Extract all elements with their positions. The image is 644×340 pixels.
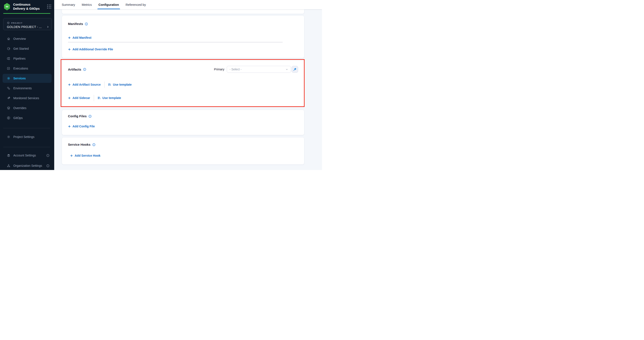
use-template-sidecar-button[interactable]: Use template	[98, 96, 121, 100]
config-files-card: Config Files Add Config File	[62, 110, 304, 135]
add-manifest-button[interactable]: Add Manifest	[68, 36, 92, 39]
sidebar-item-overrides[interactable]: Overrides	[2, 104, 52, 113]
template-library-icon	[108, 83, 111, 86]
pin-icon	[293, 68, 296, 71]
chevron-down-icon	[286, 68, 288, 71]
scrolled-card-bottom	[62, 9, 304, 14]
get-started-icon	[7, 47, 10, 51]
sidebar-item-label: Get Started	[13, 47, 29, 50]
tab-referenced-by[interactable]: Referenced by	[126, 0, 146, 9]
monitored-services-icon	[7, 96, 10, 100]
sidebar-header: ∞ Continuous Delivery & GitOps	[4, 3, 51, 11]
harness-cd-logo-icon: ∞	[4, 3, 10, 10]
config-files-title: Config Files	[68, 114, 87, 118]
sidebar-item-organization-settings[interactable]: Organization Settings	[2, 161, 52, 170]
artifacts-title: Artifacts	[68, 68, 81, 71]
plus-icon	[68, 97, 71, 99]
vertical-divider	[94, 95, 94, 101]
plus-icon	[68, 83, 71, 86]
sidebar-divider	[3, 147, 50, 147]
organization-settings-icon	[7, 164, 10, 168]
app-window: ∞ Continuous Delivery & GitOps PROJECT G…	[0, 0, 322, 170]
add-artifact-source-button[interactable]: Add Artifact Source	[68, 83, 101, 86]
service-hooks-card: Service Hooks Add Service Hook	[62, 138, 304, 164]
tab-summary[interactable]: Summary	[62, 0, 75, 9]
info-icon[interactable]	[46, 164, 50, 167]
module-switcher-icon[interactable]	[47, 5, 51, 9]
executions-icon	[7, 67, 10, 70]
project-selector[interactable]: PROJECT GOLDEN PROJECT - ...	[3, 18, 52, 30]
gitops-icon	[7, 116, 10, 120]
cube-icon	[7, 22, 10, 24]
info-icon[interactable]	[85, 22, 88, 26]
manifests-title: Manifests	[68, 22, 83, 26]
sidebar-item-label: GitOps	[13, 116, 23, 120]
sidebar: ∞ Continuous Delivery & GitOps PROJECT G…	[0, 0, 54, 170]
sidebar-item-services[interactable]: Services	[2, 74, 52, 83]
info-icon[interactable]	[92, 143, 96, 146]
primary-artifact-select[interactable]: - Select -	[227, 66, 291, 73]
plus-icon	[68, 36, 71, 39]
sidebar-item-overview[interactable]: Overview	[2, 34, 52, 43]
sidebar-item-label: Executions	[13, 67, 28, 70]
sidebar-item-project-settings[interactable]: Project Settings	[2, 132, 52, 141]
overrides-layers-icon	[7, 106, 10, 110]
primary-label: Primary	[214, 68, 224, 71]
project-name: GOLDEN PROJECT - ...	[7, 25, 42, 29]
brand-green-rule	[3, 13, 50, 14]
project-label: PROJECT	[11, 22, 22, 24]
configuration-content: Manifests Add Manifest	[54, 9, 322, 170]
sidebar-item-pipelines[interactable]: Pipelines	[2, 54, 52, 63]
tab-metrics[interactable]: Metrics	[82, 0, 92, 9]
select-placeholder: - Select -	[230, 68, 242, 71]
manifests-card: Manifests Add Manifest	[62, 16, 304, 58]
sidebar-item-label: Overview	[13, 37, 26, 41]
add-sidecar-button[interactable]: Add Sidecar	[68, 96, 90, 100]
sidebar-item-label: Project Settings	[13, 135, 34, 139]
info-icon[interactable]	[88, 115, 92, 118]
add-additional-override-file-button[interactable]: Add Additional Override File	[68, 48, 113, 51]
plus-icon	[68, 125, 71, 128]
sidebar-item-label: Environments	[13, 87, 32, 90]
plus-icon	[68, 48, 71, 51]
info-icon[interactable]	[83, 68, 86, 71]
sidebar-item-label: Services	[13, 77, 26, 80]
template-library-icon	[98, 96, 101, 99]
vertical-divider	[104, 82, 104, 88]
sidebar-divider	[3, 128, 50, 128]
add-config-file-button[interactable]: Add Config File	[68, 125, 95, 128]
pipelines-icon	[7, 57, 10, 61]
info-icon[interactable]	[46, 154, 50, 157]
sidebar-item-monitored-services[interactable]: Monitored Services	[2, 94, 52, 103]
sidebar-item-get-started[interactable]: Get Started	[2, 44, 52, 53]
service-hooks-title: Service Hooks	[68, 143, 90, 146]
home-icon	[7, 37, 10, 41]
tab-bar: Summary Metrics Configuration Referenced…	[54, 0, 322, 9]
sidebar-item-account-settings[interactable]: Account Settings	[2, 151, 52, 160]
sidebar-item-environments[interactable]: Environments	[2, 84, 52, 93]
sidebar-item-gitops[interactable]: GitOps	[2, 113, 52, 122]
project-settings-gear-icon	[7, 135, 10, 139]
manifests-divider	[68, 42, 283, 42]
sidebar-item-label: Organization Settings	[13, 164, 42, 167]
environments-icon	[7, 87, 10, 90]
tab-configuration[interactable]: Configuration	[98, 0, 119, 9]
use-template-artifact-button[interactable]: Use template	[108, 83, 132, 86]
plus-icon	[70, 154, 73, 157]
sidebar-item-label: Pipelines	[13, 57, 26, 60]
sidebar-item-label: Account Settings	[13, 154, 36, 157]
chevron-right-icon	[46, 26, 49, 28]
sidebar-nav: Overview Get Started Pip	[2, 34, 52, 123]
module-title: Continuous Delivery & GitOps	[13, 3, 41, 11]
main-area: Summary Metrics Configuration Referenced…	[54, 0, 322, 170]
pin-button[interactable]	[292, 66, 298, 73]
artifacts-card: Artifacts Primary - Select -	[62, 60, 304, 106]
services-gear-icon	[7, 77, 10, 80]
sidebar-item-label: Monitored Services	[13, 96, 39, 100]
sidebar-item-label: Overrides	[13, 106, 26, 110]
add-service-hook-button[interactable]: Add Service Hook	[70, 154, 100, 157]
sidebar-item-executions[interactable]: Executions	[2, 64, 52, 73]
account-settings-icon	[7, 154, 10, 157]
